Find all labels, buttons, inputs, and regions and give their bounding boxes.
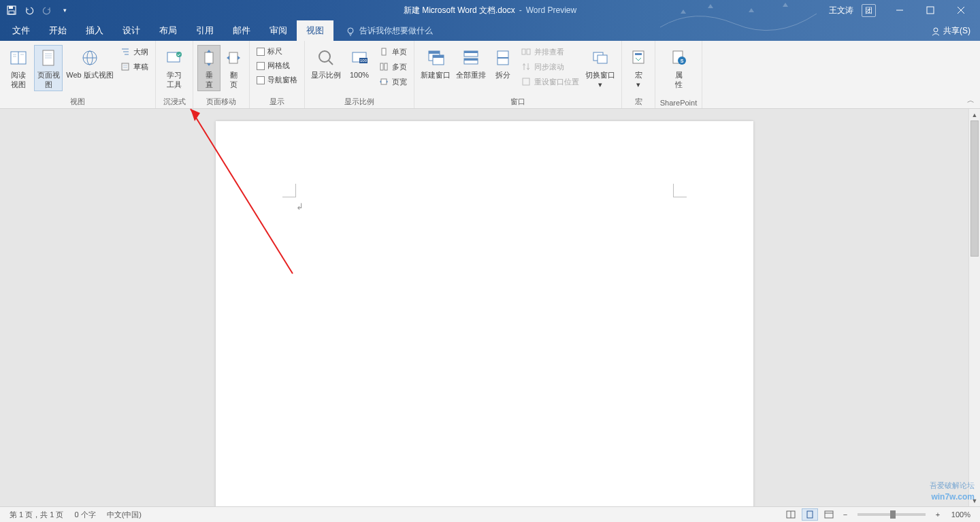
document-area[interactable]: ↲: [0, 109, 980, 506]
reset-window-button[interactable]: 重设窗口位置: [518, 75, 582, 88]
navpane-label: 导航窗格: [267, 75, 297, 85]
svg-point-10: [934, 28, 938, 32]
zoom-button[interactable]: 显示比例: [309, 45, 343, 82]
tab-references[interactable]: 引用: [186, 20, 223, 41]
tab-review[interactable]: 审阅: [260, 20, 297, 41]
language[interactable]: 中文(中国): [101, 510, 147, 520]
word-count[interactable]: 0 个字: [69, 510, 101, 520]
person-icon: [931, 27, 941, 36]
tab-home[interactable]: 开始: [39, 20, 76, 41]
draft-button[interactable]: 草稿: [117, 60, 151, 74]
svg-rect-1: [9, 6, 13, 9]
zoom-in-button[interactable]: +: [932, 510, 943, 519]
save-icon[interactable]: [5, 4, 18, 16]
one-page-icon: [378, 46, 389, 57]
zoom-slider-knob[interactable]: [890, 510, 896, 519]
hundred-button[interactable]: 100 100%: [344, 45, 374, 82]
one-page-label: 单页: [392, 47, 407, 57]
vertical-scrollbar[interactable]: ▲ ▼: [968, 109, 980, 506]
tab-mail[interactable]: 邮件: [223, 20, 260, 41]
split-button[interactable]: 拆分: [489, 45, 517, 82]
document-page[interactable]: ↲: [216, 121, 753, 522]
checkbox-icon: [257, 76, 265, 84]
maximize-button[interactable]: [915, 0, 945, 20]
svg-rect-56: [598, 55, 607, 63]
page-width-button[interactable]: 页宽: [376, 75, 410, 88]
web-layout-view-icon[interactable]: [821, 508, 837, 521]
share-label: 共享(S): [943, 25, 970, 37]
print-layout-view-icon[interactable]: [802, 508, 818, 521]
scroll-up-icon[interactable]: ▲: [969, 109, 980, 120]
sync-scroll-icon: [521, 61, 532, 72]
read-mode-button[interactable]: 阅读视图: [4, 45, 33, 91]
group-immersive-label: 沉浸式: [160, 96, 189, 108]
vertical-button[interactable]: 垂直: [197, 45, 220, 91]
svg-rect-66: [807, 511, 813, 518]
new-window-icon: [425, 47, 446, 69]
tab-design[interactable]: 设计: [113, 20, 150, 41]
hundred-label: 100%: [350, 70, 369, 80]
side-by-side-button[interactable]: 并排查看: [518, 45, 582, 59]
app-name: Word Preview: [526, 5, 576, 15]
reset-window-label: 重设窗口位置: [534, 77, 579, 87]
svg-rect-49: [464, 59, 478, 61]
arrange-all-button[interactable]: 全部重排: [454, 45, 488, 82]
sync-scroll-button[interactable]: 同步滚动: [518, 60, 582, 74]
svg-point-33: [319, 51, 330, 62]
page-count[interactable]: 第 1 页，共 1 页: [4, 510, 69, 520]
qat-customize-icon[interactable]: ▾: [59, 4, 71, 16]
web-layout-button[interactable]: Web 版式视图: [64, 45, 116, 82]
navpane-checkbox[interactable]: 导航窗格: [254, 74, 300, 86]
tab-view[interactable]: 视图: [297, 20, 333, 41]
group-sharepoint-label: SharePoint: [659, 98, 698, 108]
team-badge[interactable]: 团: [862, 4, 876, 17]
svg-rect-31: [205, 52, 213, 63]
macro-button[interactable]: 宏▾: [626, 45, 651, 91]
redo-icon[interactable]: [41, 4, 53, 16]
print-layout-label: 页面视图: [36, 70, 61, 89]
undo-icon[interactable]: [23, 4, 35, 16]
switch-window-button[interactable]: 切换窗口▾: [583, 45, 617, 91]
tab-file[interactable]: 文件: [3, 20, 39, 41]
read-mode-view-icon[interactable]: [783, 508, 799, 521]
properties-button[interactable]: S 属性: [659, 45, 698, 91]
ruler-checkbox[interactable]: 标尺: [254, 45, 300, 58]
outline-button[interactable]: 大纲: [117, 45, 151, 59]
split-icon: [492, 47, 514, 69]
title-bar: ▾ 新建 Microsoft Word 文档.docx - Word Previ…: [0, 0, 980, 20]
share-button[interactable]: 共享(S): [921, 21, 980, 41]
zoom-level[interactable]: 100%: [946, 510, 976, 519]
window-controls: [884, 0, 976, 20]
close-button[interactable]: [945, 0, 976, 20]
svg-text:100: 100: [360, 59, 368, 63]
flip-button[interactable]: 翻页: [222, 45, 245, 91]
multi-page-icon: [378, 61, 389, 72]
multi-page-button[interactable]: 多页: [376, 60, 410, 74]
page-width-label: 页宽: [392, 77, 407, 87]
tell-me-placeholder: 告诉我你想要做什么: [359, 25, 433, 37]
vertical-label: 垂直: [206, 70, 213, 89]
zoom-slider[interactable]: [858, 513, 926, 516]
tab-insert[interactable]: 插入: [76, 20, 113, 41]
ribbon-tabs: 文件 开始 插入 设计 布局 引用 邮件 审阅 视图 告诉我你想要做什么 共享(…: [0, 20, 980, 41]
learning-tools-button[interactable]: 学习工具: [160, 45, 189, 91]
split-label: 拆分: [495, 70, 510, 80]
document-title: 新建 Microsoft Word 文档.docx: [404, 5, 515, 16]
gridlines-checkbox[interactable]: 网格线: [254, 59, 300, 72]
web-layout-label: Web 版式视图: [66, 70, 113, 80]
one-page-button[interactable]: 单页: [376, 45, 410, 59]
svg-rect-32: [229, 52, 238, 63]
scroll-thumb[interactable]: [970, 120, 979, 257]
tell-me-search[interactable]: 告诉我你想要做什么: [340, 21, 438, 41]
user-name[interactable]: 王文涛: [829, 5, 853, 16]
minimize-button[interactable]: [884, 0, 915, 20]
macro-label: 宏▾: [635, 70, 642, 89]
svg-rect-47: [464, 51, 478, 53]
multi-page-label: 多页: [392, 62, 407, 72]
tab-layout[interactable]: 布局: [150, 20, 186, 41]
collapse-ribbon-icon[interactable]: ︿: [967, 95, 975, 105]
lightbulb-icon: [346, 27, 355, 36]
new-window-button[interactable]: 新建窗口: [419, 45, 453, 82]
zoom-out-button[interactable]: −: [840, 510, 851, 519]
print-layout-button[interactable]: 页面视图: [34, 45, 63, 91]
